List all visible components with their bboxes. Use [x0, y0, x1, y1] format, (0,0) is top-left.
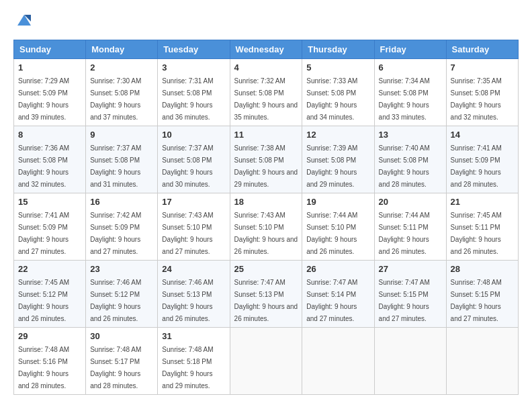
- day-detail: Sunrise: 7:37 AMSunset: 5:08 PMDaylight:…: [162, 144, 213, 188]
- calendar-cell: 30 Sunrise: 7:48 AMSunset: 5:17 PMDaylig…: [86, 327, 158, 394]
- calendar-cell: 21 Sunrise: 7:45 AMSunset: 5:11 PMDaylig…: [446, 193, 518, 260]
- day-detail: Sunrise: 7:37 AMSunset: 5:08 PMDaylight:…: [90, 144, 141, 188]
- calendar-week-3: 15 Sunrise: 7:41 AMSunset: 5:09 PMDaylig…: [14, 193, 519, 260]
- day-number: 27: [379, 264, 442, 274]
- calendar-cell: 19 Sunrise: 7:44 AMSunset: 5:10 PMDaylig…: [302, 193, 374, 260]
- day-detail: Sunrise: 7:41 AMSunset: 5:09 PMDaylight:…: [451, 144, 502, 188]
- calendar-cell: 11 Sunrise: 7:38 AMSunset: 5:08 PMDaylig…: [230, 126, 302, 193]
- day-detail: Sunrise: 7:30 AMSunset: 5:08 PMDaylight:…: [90, 77, 141, 121]
- calendar-cell: [374, 327, 446, 394]
- day-number: 20: [379, 197, 442, 207]
- day-number: 7: [451, 62, 514, 73]
- day-detail: Sunrise: 7:43 AMSunset: 5:10 PMDaylight:…: [234, 212, 298, 255]
- calendar-cell: 7 Sunrise: 7:35 AMSunset: 5:08 PMDayligh…: [446, 58, 518, 126]
- day-number: 6: [379, 62, 442, 73]
- calendar-week-5: 29 Sunrise: 7:48 AMSunset: 5:16 PMDaylig…: [14, 327, 519, 394]
- header-thursday: Thursday: [302, 40, 374, 58]
- calendar-cell: 17 Sunrise: 7:43 AMSunset: 5:10 PMDaylig…: [158, 193, 230, 260]
- calendar-header-row: SundayMondayTuesdayWednesdayThursdayFrid…: [14, 40, 519, 58]
- day-number: 14: [451, 130, 514, 140]
- calendar-cell: 22 Sunrise: 7:45 AMSunset: 5:12 PMDaylig…: [14, 260, 86, 327]
- day-detail: Sunrise: 7:45 AMSunset: 5:11 PMDaylight:…: [451, 212, 502, 255]
- header-wednesday: Wednesday: [230, 40, 302, 58]
- calendar-table: SundayMondayTuesdayWednesdayThursdayFrid…: [13, 40, 519, 395]
- header-monday: Monday: [86, 40, 158, 58]
- calendar-week-4: 22 Sunrise: 7:45 AMSunset: 5:12 PMDaylig…: [14, 260, 519, 327]
- calendar-week-2: 8 Sunrise: 7:36 AMSunset: 5:08 PMDayligh…: [14, 126, 519, 193]
- header-saturday: Saturday: [446, 40, 518, 58]
- day-number: 13: [379, 130, 442, 140]
- day-detail: Sunrise: 7:43 AMSunset: 5:10 PMDaylight:…: [162, 212, 213, 255]
- calendar-cell: 6 Sunrise: 7:34 AMSunset: 5:08 PMDayligh…: [374, 58, 446, 126]
- day-detail: Sunrise: 7:48 AMSunset: 5:18 PMDaylight:…: [162, 346, 213, 390]
- calendar-cell: 5 Sunrise: 7:33 AMSunset: 5:08 PMDayligh…: [302, 58, 374, 126]
- calendar-cell: 1 Sunrise: 7:29 AMSunset: 5:09 PMDayligh…: [14, 58, 86, 126]
- day-number: 8: [18, 130, 81, 140]
- day-number: 28: [451, 264, 514, 274]
- day-detail: Sunrise: 7:39 AMSunset: 5:08 PMDaylight:…: [306, 144, 357, 188]
- header-tuesday: Tuesday: [158, 40, 230, 58]
- calendar-cell: 10 Sunrise: 7:37 AMSunset: 5:08 PMDaylig…: [158, 126, 230, 193]
- day-number: 11: [234, 130, 298, 140]
- calendar-cell: 9 Sunrise: 7:37 AMSunset: 5:08 PMDayligh…: [86, 126, 158, 193]
- calendar-cell: 31 Sunrise: 7:48 AMSunset: 5:18 PMDaylig…: [158, 327, 230, 394]
- header-friday: Friday: [374, 40, 446, 58]
- calendar-week-1: 1 Sunrise: 7:29 AMSunset: 5:09 PMDayligh…: [14, 58, 519, 126]
- day-number: 10: [162, 130, 225, 140]
- day-detail: Sunrise: 7:46 AMSunset: 5:12 PMDaylight:…: [90, 279, 141, 322]
- day-number: 22: [18, 264, 81, 274]
- day-number: 17: [162, 197, 225, 207]
- day-detail: Sunrise: 7:48 AMSunset: 5:15 PMDaylight:…: [451, 279, 502, 322]
- calendar-cell: 8 Sunrise: 7:36 AMSunset: 5:08 PMDayligh…: [14, 126, 86, 193]
- day-detail: Sunrise: 7:47 AMSunset: 5:14 PMDaylight:…: [306, 279, 357, 322]
- day-number: 24: [162, 264, 225, 274]
- day-number: 3: [162, 62, 225, 73]
- day-number: 5: [306, 62, 369, 73]
- calendar-cell: [446, 327, 518, 394]
- calendar-cell: 24 Sunrise: 7:46 AMSunset: 5:13 PMDaylig…: [158, 260, 230, 327]
- calendar-cell: 26 Sunrise: 7:47 AMSunset: 5:14 PMDaylig…: [302, 260, 374, 327]
- calendar-cell: 27 Sunrise: 7:47 AMSunset: 5:15 PMDaylig…: [374, 260, 446, 327]
- day-detail: Sunrise: 7:48 AMSunset: 5:17 PMDaylight:…: [90, 346, 141, 390]
- calendar-cell: 16 Sunrise: 7:42 AMSunset: 5:09 PMDaylig…: [86, 193, 158, 260]
- day-detail: Sunrise: 7:44 AMSunset: 5:11 PMDaylight:…: [379, 212, 430, 255]
- day-detail: Sunrise: 7:41 AMSunset: 5:09 PMDaylight:…: [18, 212, 69, 255]
- day-number: 16: [90, 197, 153, 207]
- day-detail: Sunrise: 7:29 AMSunset: 5:09 PMDaylight:…: [18, 77, 69, 121]
- calendar-cell: 3 Sunrise: 7:31 AMSunset: 5:08 PMDayligh…: [158, 58, 230, 126]
- calendar-cell: 23 Sunrise: 7:46 AMSunset: 5:12 PMDaylig…: [86, 260, 158, 327]
- day-number: 26: [306, 264, 369, 274]
- day-detail: Sunrise: 7:45 AMSunset: 5:12 PMDaylight:…: [18, 279, 69, 322]
- day-detail: Sunrise: 7:31 AMSunset: 5:08 PMDaylight:…: [162, 77, 213, 121]
- day-detail: Sunrise: 7:42 AMSunset: 5:09 PMDaylight:…: [90, 212, 141, 255]
- day-detail: Sunrise: 7:32 AMSunset: 5:08 PMDaylight:…: [234, 77, 298, 121]
- day-number: 29: [18, 331, 81, 341]
- day-detail: Sunrise: 7:47 AMSunset: 5:13 PMDaylight:…: [234, 279, 298, 322]
- calendar-cell: 4 Sunrise: 7:32 AMSunset: 5:08 PMDayligh…: [230, 58, 302, 126]
- day-number: 23: [90, 264, 153, 274]
- day-detail: Sunrise: 7:38 AMSunset: 5:08 PMDaylight:…: [234, 144, 298, 188]
- day-number: 31: [162, 331, 225, 341]
- day-number: 1: [18, 62, 81, 73]
- day-number: 18: [234, 197, 298, 207]
- day-number: 2: [90, 62, 153, 73]
- page-header: [13, 13, 519, 33]
- day-number: 12: [306, 130, 369, 140]
- calendar-cell: 13 Sunrise: 7:40 AMSunset: 5:08 PMDaylig…: [374, 126, 446, 193]
- calendar-cell: [302, 327, 374, 394]
- day-detail: Sunrise: 7:47 AMSunset: 5:15 PMDaylight:…: [379, 279, 430, 322]
- day-number: 30: [90, 331, 153, 341]
- day-detail: Sunrise: 7:36 AMSunset: 5:08 PMDaylight:…: [18, 144, 69, 188]
- calendar-cell: 29 Sunrise: 7:48 AMSunset: 5:16 PMDaylig…: [14, 327, 86, 394]
- header-sunday: Sunday: [14, 40, 86, 58]
- calendar-cell: 2 Sunrise: 7:30 AMSunset: 5:08 PMDayligh…: [86, 58, 158, 126]
- day-number: 9: [90, 130, 153, 140]
- day-detail: Sunrise: 7:48 AMSunset: 5:16 PMDaylight:…: [18, 346, 69, 390]
- calendar-cell: 18 Sunrise: 7:43 AMSunset: 5:10 PMDaylig…: [230, 193, 302, 260]
- day-detail: Sunrise: 7:35 AMSunset: 5:08 PMDaylight:…: [451, 77, 502, 121]
- day-detail: Sunrise: 7:44 AMSunset: 5:10 PMDaylight:…: [306, 212, 357, 255]
- day-detail: Sunrise: 7:46 AMSunset: 5:13 PMDaylight:…: [162, 279, 213, 322]
- logo-icon: [15, 11, 34, 30]
- calendar-cell: 28 Sunrise: 7:48 AMSunset: 5:15 PMDaylig…: [446, 260, 518, 327]
- calendar-cell: [230, 327, 302, 394]
